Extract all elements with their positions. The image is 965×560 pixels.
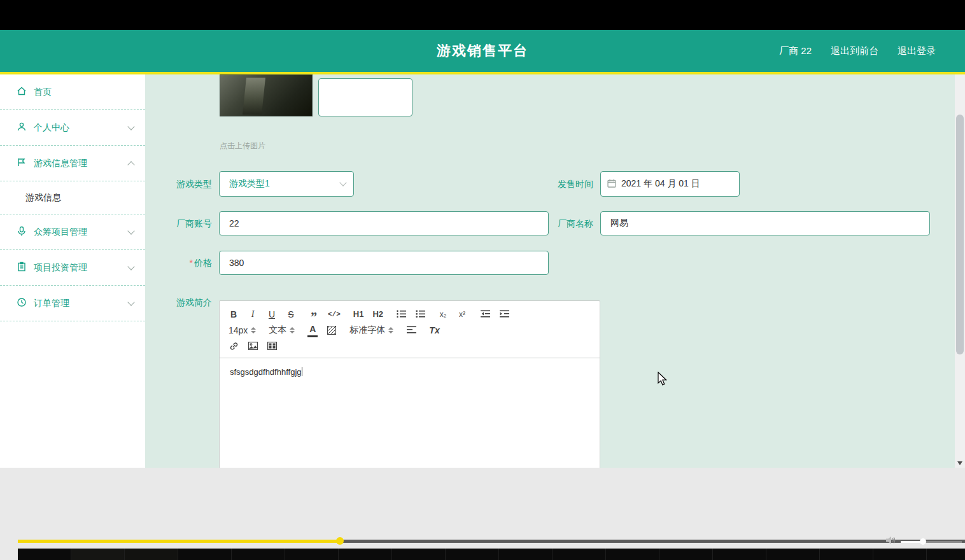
main-content: 点击上传图片 游戏类型 游戏类型1 发售时间 2021 年 04 月 01 日 … xyxy=(145,74,965,468)
intro-field-label: 游戏简介 xyxy=(176,296,212,309)
strikethrough-button[interactable]: S xyxy=(286,307,296,321)
font-size-value: 14px xyxy=(229,325,248,335)
vendor-account-field-label: 厂商账号 xyxy=(176,217,212,230)
heading1-button[interactable]: H1 xyxy=(353,307,364,321)
release-date-value: 2021 年 04 月 01 日 xyxy=(621,178,700,190)
indent-icon[interactable] xyxy=(499,307,509,321)
link-icon[interactable] xyxy=(229,339,239,353)
text-caret xyxy=(302,367,302,376)
superscript-button[interactable]: x² xyxy=(457,307,467,321)
font-family-value: 标准字体 xyxy=(349,325,385,336)
chevron-down-icon xyxy=(127,227,134,234)
app-header: 游戏销售平台 厂商 22 退出到前台 退出登录 xyxy=(0,30,965,72)
sidebar-item-game-info-mgmt[interactable]: 游戏信息管理 xyxy=(0,146,145,181)
game-type-select[interactable]: 游戏类型1 xyxy=(219,171,354,197)
select-arrows-icon xyxy=(290,327,295,333)
release-date-label: 发售时间 xyxy=(558,178,593,190)
required-asterisk: * xyxy=(190,258,193,268)
paragraph-style-select[interactable]: 文本 xyxy=(269,323,295,337)
video-filmstrip[interactable] xyxy=(18,549,965,560)
sidebar: 首页 个人中心 游戏信息管理 游戏信息 xyxy=(0,74,145,468)
video-progress-played xyxy=(18,540,340,543)
user-icon xyxy=(17,122,27,134)
vendor-account-input[interactable] xyxy=(220,212,548,235)
editor-toolbar: B I U S ” </> H1 H2 x₂ xyxy=(220,301,600,358)
top-black-bar xyxy=(0,0,965,30)
sidebar-item-order-mgmt[interactable]: 订单管理 xyxy=(0,286,145,321)
exit-to-front-link[interactable]: 退出到前台 xyxy=(831,45,878,57)
font-size-select[interactable]: 14px xyxy=(229,323,256,337)
sidebar-item-label: 游戏信息管理 xyxy=(34,158,87,169)
home-icon xyxy=(17,86,27,98)
underline-button[interactable]: U xyxy=(267,307,277,321)
calendar-icon xyxy=(607,179,616,190)
sidebar-item-investment-mgmt[interactable]: 项目投资管理 xyxy=(0,250,145,286)
scrollbar-down-arrow[interactable] xyxy=(957,461,962,465)
order-icon xyxy=(17,297,27,309)
game-type-selected-value: 游戏类型1 xyxy=(229,178,270,190)
sidebar-subitem-label: 游戏信息 xyxy=(25,192,61,204)
chevron-down-icon xyxy=(127,298,134,305)
image-icon[interactable] xyxy=(248,339,258,353)
logout-link[interactable]: 退出登录 xyxy=(898,45,936,57)
align-select[interactable] xyxy=(406,323,416,337)
select-arrows-icon xyxy=(388,327,393,333)
toolbar-row-1: B I U S ” </> H1 H2 x₂ xyxy=(229,306,591,322)
price-input-wrap xyxy=(219,251,549,275)
background-color-button[interactable] xyxy=(327,323,337,337)
sidebar-item-label: 个人中心 xyxy=(34,122,69,134)
chevron-down-icon xyxy=(339,179,346,186)
sidebar-item-crowdfund-mgmt[interactable]: 众筹项目管理 xyxy=(0,214,145,250)
italic-button[interactable]: I xyxy=(248,307,258,321)
uploaded-image-thumbnail[interactable] xyxy=(220,74,313,116)
chevron-up-icon xyxy=(127,161,134,168)
price-input[interactable] xyxy=(220,251,548,274)
invest-icon xyxy=(17,262,27,274)
video-icon[interactable] xyxy=(267,339,277,353)
image-upload-box[interactable] xyxy=(318,78,412,116)
vendor-account-input-wrap xyxy=(219,211,549,235)
game-info-icon xyxy=(17,157,27,169)
editor-content-area[interactable]: sfsgsdgdfhdfhhffgjg xyxy=(220,358,600,386)
sidebar-item-label: 首页 xyxy=(34,87,52,98)
blockquote-button[interactable]: ” xyxy=(309,307,319,321)
scrollbar-thumb[interactable] xyxy=(956,115,964,354)
video-progress-knob[interactable] xyxy=(336,537,344,545)
ordered-list-icon[interactable] xyxy=(396,307,406,321)
bold-button[interactable]: B xyxy=(229,307,239,321)
header-nav: 厂商 22 退出到前台 退出登录 xyxy=(779,30,936,72)
vendor-name-field-label: 厂商名称 xyxy=(558,217,593,230)
editor-text: sfsgsdgdfhdfhhffgjg xyxy=(230,367,302,377)
app-root: 游戏销售平台 厂商 22 退出到前台 退出登录 首页 个人中心 xyxy=(0,0,965,560)
chevron-down-icon xyxy=(127,263,134,270)
video-progress-bar[interactable] xyxy=(18,540,965,543)
vendor-account-label[interactable]: 厂商 22 xyxy=(779,45,812,57)
page-title: 游戏销售平台 xyxy=(437,41,528,60)
game-type-label: 游戏类型 xyxy=(176,178,212,190)
mic-icon xyxy=(17,226,27,238)
release-date-picker[interactable]: 2021 年 04 月 01 日 xyxy=(600,171,740,197)
paragraph-style-value: 文本 xyxy=(269,325,286,336)
bullet-list-icon[interactable] xyxy=(415,307,425,321)
sidebar-item-home[interactable]: 首页 xyxy=(0,74,145,110)
volume-slider[interactable] xyxy=(901,541,962,543)
subscript-button[interactable]: x₂ xyxy=(438,307,448,321)
sidebar-subitem-game-info[interactable]: 游戏信息 xyxy=(0,181,145,214)
heading2-button[interactable]: H2 xyxy=(372,307,383,321)
outdent-icon[interactable] xyxy=(480,307,490,321)
clear-format-button[interactable]: Tx xyxy=(429,323,439,337)
app-body: 首页 个人中心 游戏信息管理 游戏信息 xyxy=(0,74,965,468)
text-color-button[interactable]: A xyxy=(307,323,318,337)
sidebar-item-personal-center[interactable]: 个人中心 xyxy=(0,110,145,146)
vertical-scrollbar[interactable] xyxy=(955,74,965,468)
vendor-name-input[interactable] xyxy=(601,212,929,235)
select-arrows-icon xyxy=(251,327,256,333)
code-block-button[interactable]: </> xyxy=(328,307,341,321)
font-family-select[interactable]: 标准字体 xyxy=(349,323,393,337)
volume-knob[interactable] xyxy=(920,538,926,545)
vendor-name-input-wrap xyxy=(600,211,930,235)
speaker-icon[interactable] xyxy=(886,536,896,547)
video-volume-controls xyxy=(886,536,962,547)
sidebar-item-label: 众筹项目管理 xyxy=(34,227,87,238)
toolbar-row-2: 14px 文本 A 标准字体 xyxy=(229,322,591,338)
